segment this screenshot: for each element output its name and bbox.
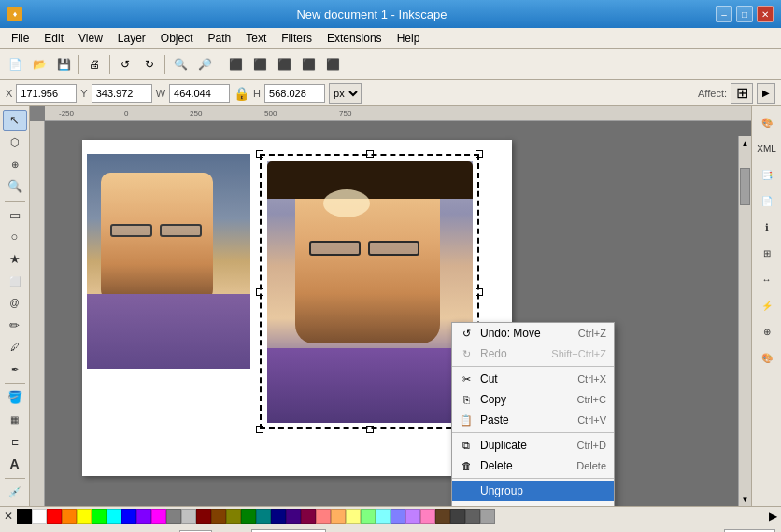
align-top-button[interactable]: ⬛ xyxy=(297,53,320,76)
align-right-button[interactable]: ⬛ xyxy=(273,53,295,76)
save-button[interactable]: 💾 xyxy=(52,53,75,76)
vertical-scrollbar[interactable]: ▲ ▼ xyxy=(738,136,751,506)
handle-mr[interactable] xyxy=(476,288,483,296)
menu-edit[interactable]: Edit xyxy=(36,30,71,47)
redo-button[interactable]: ↻ xyxy=(138,53,161,76)
ctx-duplicate[interactable]: ⧉ Duplicate Ctrl+D xyxy=(452,435,614,455)
open-button[interactable]: 📂 xyxy=(28,53,50,76)
pencil-tool[interactable]: ✏ xyxy=(3,315,27,335)
connector-tool[interactable]: ⊏ xyxy=(3,431,27,452)
ctx-delete[interactable]: 🗑 Delete Delete xyxy=(452,455,614,476)
palette-none[interactable]: ✕ xyxy=(0,510,17,523)
star-tool[interactable]: ★ xyxy=(3,249,27,270)
palette-color-swatch[interactable] xyxy=(47,509,62,524)
pen-tool[interactable]: 🖊 xyxy=(3,337,27,357)
palette-color-swatch[interactable] xyxy=(420,509,435,524)
palette-color-swatch[interactable] xyxy=(181,509,196,524)
palette-color-swatch[interactable] xyxy=(316,509,331,524)
ctx-copy[interactable]: ⎘ Copy Ctrl+C xyxy=(452,389,614,410)
palette-color-swatch[interactable] xyxy=(256,509,271,524)
handle-tr[interactable] xyxy=(476,150,483,158)
swatches-button[interactable]: 🎨 xyxy=(755,345,779,370)
scroll-down-button[interactable]: ▼ xyxy=(739,493,751,506)
affect-button[interactable]: ⊞ xyxy=(731,83,753,104)
symbols-button[interactable]: ⊕ xyxy=(755,319,779,343)
ctx-paste[interactable]: 📋 Paste Ctrl+V xyxy=(452,410,614,430)
ctx-cut[interactable]: ✂ Cut Ctrl+X xyxy=(452,369,614,389)
canvas-area[interactable]: -250 0 250 500 750 xyxy=(30,106,751,506)
palette-color-swatch[interactable] xyxy=(271,509,286,524)
ctx-undo[interactable]: ↺ Undo: Move Ctrl+Z xyxy=(452,323,614,343)
x-input[interactable] xyxy=(16,84,77,103)
new-button[interactable]: 📄 xyxy=(4,53,26,76)
align-left-button[interactable]: ⬛ xyxy=(224,53,247,76)
calligraphy-tool[interactable]: ✒ xyxy=(3,359,27,380)
palette-color-swatch[interactable] xyxy=(435,509,450,524)
palette-color-swatch[interactable] xyxy=(77,509,92,524)
palette-scroll-right[interactable]: ▶ xyxy=(765,510,781,523)
palette-color-swatch[interactable] xyxy=(361,509,376,524)
xml-editor-button[interactable]: XML xyxy=(755,136,779,161)
node-tool[interactable]: ⬡ xyxy=(3,133,27,153)
palette-color-swatch[interactable] xyxy=(121,509,136,524)
fill-stroke-button[interactable]: 🎨 xyxy=(755,110,779,134)
object-props-button[interactable]: ℹ xyxy=(755,215,779,239)
palette-color-swatch[interactable] xyxy=(465,509,480,524)
palette-color-swatch[interactable] xyxy=(62,509,77,524)
h-input[interactable] xyxy=(264,84,325,103)
palette-color-swatch[interactable] xyxy=(450,509,465,524)
close-button[interactable]: ✕ xyxy=(757,6,774,22)
menu-help[interactable]: Help xyxy=(390,30,428,47)
rect-tool[interactable]: ▭ xyxy=(3,204,27,225)
align-button[interactable]: ⊞ xyxy=(755,241,779,265)
menu-layer[interactable]: Layer xyxy=(110,30,153,47)
palette-color-swatch[interactable] xyxy=(136,509,151,524)
palette-color-swatch[interactable] xyxy=(286,509,301,524)
zoom-out-button[interactable]: 🔎 xyxy=(193,53,216,76)
palette-color-swatch[interactable] xyxy=(151,509,166,524)
gradient-tool[interactable]: ▦ xyxy=(3,410,27,430)
scroll-thumb[interactable] xyxy=(740,168,750,205)
handle-tc[interactable] xyxy=(366,150,374,158)
unit-select[interactable]: px mm cm in xyxy=(329,83,362,104)
palette-color-swatch[interactable] xyxy=(106,509,121,524)
menu-filters[interactable]: Filters xyxy=(274,30,320,47)
minimize-button[interactable]: – xyxy=(716,6,732,22)
lock-icon[interactable]: 🔒 xyxy=(234,86,249,101)
w-input[interactable] xyxy=(169,84,230,103)
ctx-object-properties[interactable]: Object Properties xyxy=(452,501,614,506)
handle-ml[interactable] xyxy=(256,288,263,296)
align-center-button[interactable]: ⬛ xyxy=(248,53,271,76)
transform-button[interactable]: ▶ xyxy=(757,83,775,104)
menu-object[interactable]: Object xyxy=(153,30,201,47)
palette-color-swatch[interactable] xyxy=(92,509,106,524)
menu-path[interactable]: Path xyxy=(201,30,239,47)
3d-box-tool[interactable]: ⬜ xyxy=(3,271,27,291)
spiral-tool[interactable]: @ xyxy=(3,293,27,314)
handle-tl[interactable] xyxy=(256,150,263,158)
palette-color-swatch[interactable] xyxy=(241,509,256,524)
scroll-up-button[interactable]: ▲ xyxy=(739,136,751,149)
menu-view[interactable]: View xyxy=(71,30,110,47)
maximize-button[interactable]: □ xyxy=(736,6,753,22)
menu-text[interactable]: Text xyxy=(238,30,274,47)
palette-color-swatch[interactable] xyxy=(301,509,316,524)
y-input[interactable] xyxy=(92,84,152,103)
handle-bl[interactable] xyxy=(256,426,263,433)
document-props-button[interactable]: 📄 xyxy=(755,189,779,213)
undo-button[interactable]: ↺ xyxy=(114,53,136,76)
palette-color-swatch[interactable] xyxy=(211,509,226,524)
path-effects-button[interactable]: ⚡ xyxy=(755,293,779,317)
menu-extensions[interactable]: Extensions xyxy=(320,30,390,47)
print-button[interactable]: 🖨 xyxy=(83,53,106,76)
palette-color-swatch[interactable] xyxy=(390,509,405,524)
zoom-tool[interactable]: 🔍 xyxy=(3,176,27,197)
menu-file[interactable]: File xyxy=(4,30,36,47)
palette-color-swatch[interactable] xyxy=(405,509,420,524)
palette-color-swatch[interactable] xyxy=(17,509,32,524)
palette-color-swatch[interactable] xyxy=(331,509,346,524)
palette-color-swatch[interactable] xyxy=(346,509,361,524)
layer-select[interactable]: Layer 1 xyxy=(251,529,326,533)
transform-panel-button[interactable]: ↔ xyxy=(755,267,779,291)
tweak-tool[interactable]: ⊕ xyxy=(3,154,27,175)
